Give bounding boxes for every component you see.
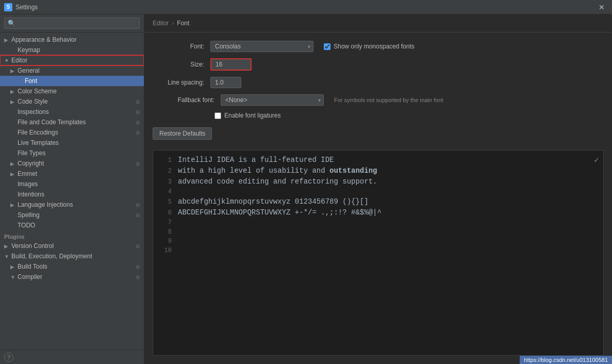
sidebar-item-emmet[interactable]: ▶ Emmet bbox=[0, 169, 144, 179]
line-content: IntelliJ IDEA is a full-featured IDE bbox=[178, 155, 597, 166]
fallback-select-wrapper: <None> ▾ bbox=[221, 94, 324, 106]
url-bar: https://blog.csdn.net/u013100581 bbox=[520, 356, 612, 364]
restore-row: Restore Defaults bbox=[153, 125, 604, 140]
sidebar-item-codestyle[interactable]: ▶ Code Style ⊞ bbox=[0, 96, 144, 107]
sidebar-item-label: Emmet bbox=[18, 170, 140, 177]
fallback-select[interactable]: <None> bbox=[221, 94, 324, 106]
ligatures-row: Enable font ligatures bbox=[153, 112, 604, 119]
line-number: 7 bbox=[159, 218, 172, 227]
fallback-label: Fallback font: bbox=[153, 96, 214, 104]
sidebar-item-images[interactable]: Images bbox=[0, 179, 144, 189]
sidebar-item-label: Version Control bbox=[11, 242, 134, 250]
line-content: with a high level of usability and outst… bbox=[178, 166, 597, 176]
sidebar-item-inspections[interactable]: Inspections ⊞ bbox=[0, 107, 144, 117]
content-area: Editor › Font Font: Consolas ▾ Show only… bbox=[144, 14, 612, 364]
fallback-row: Fallback font: <None> ▾ For symbols not … bbox=[153, 94, 604, 106]
sidebar-item-label: Build, Execution, Deployment bbox=[11, 253, 140, 260]
line-spacing-label: Line spacing: bbox=[153, 79, 204, 86]
sidebar-item-label: General bbox=[18, 67, 140, 74]
preview-line-2: 2 with a high level of usability and out… bbox=[159, 166, 597, 176]
sidebar-item-buildtools[interactable]: ▶ Build Tools ⊞ bbox=[0, 261, 144, 272]
app-icon: S bbox=[4, 3, 12, 11]
sidebar-item-label: Live Templates bbox=[18, 139, 140, 146]
preview-line-4: 4 bbox=[159, 187, 597, 196]
size-row: Size: bbox=[153, 58, 604, 71]
breadcrumb-separator: › bbox=[172, 20, 174, 27]
sidebar-item-label: File Types bbox=[18, 150, 140, 157]
sidebar-item-font[interactable]: Font bbox=[0, 76, 144, 86]
settings-icon: ⊞ bbox=[136, 212, 140, 218]
line-number: 9 bbox=[159, 237, 172, 246]
preview-line-1: 1 IntelliJ IDEA is a full-featured IDE bbox=[159, 155, 597, 166]
font-select[interactable]: Consolas bbox=[210, 41, 313, 52]
search-input[interactable] bbox=[4, 18, 140, 29]
close-button[interactable]: ✕ bbox=[596, 2, 608, 12]
sidebar-item-label: TODO bbox=[18, 222, 140, 229]
help-button[interactable]: ? bbox=[4, 353, 13, 362]
breadcrumb-current: Font bbox=[177, 20, 189, 27]
line-content: advanced code editing and refactoring su… bbox=[178, 176, 597, 187]
sidebar-item-filetypes[interactable]: File Types bbox=[0, 148, 144, 158]
sidebar-item-buildexec[interactable]: ▼ Build, Execution, Deployment bbox=[0, 251, 144, 261]
arrow-icon: ▶ bbox=[10, 99, 18, 105]
content-body: Font: Consolas ▾ Show only monospaced fo… bbox=[144, 32, 612, 364]
settings-icon: ⊞ bbox=[136, 109, 140, 115]
title-bar: S Settings ✕ bbox=[0, 0, 612, 14]
preview-line-9: 9 bbox=[159, 237, 597, 246]
settings-icon: ⊞ bbox=[136, 120, 140, 125]
sidebar-item-label: Copyright bbox=[18, 160, 134, 167]
preview-line-8: 8 bbox=[159, 227, 597, 237]
preview-line-5: 5 abcdefghijklmnopqrstuvwxyz 0123456789 … bbox=[159, 196, 597, 207]
check-icon: ✓ bbox=[594, 155, 599, 165]
arrow-icon: ▼ bbox=[10, 274, 18, 280]
arrow-icon: ▼ bbox=[4, 58, 11, 63]
show-mono-label: Show only monospaced fonts bbox=[334, 43, 415, 50]
sidebar-item-editor[interactable]: ▼ Editor bbox=[0, 55, 144, 65]
sidebar-item-spelling[interactable]: Spelling ⊞ bbox=[0, 210, 144, 220]
sidebar-item-appearance[interactable]: ▶ Appearance & Behavior bbox=[0, 35, 144, 45]
size-input[interactable] bbox=[210, 58, 252, 71]
sidebar-item-fileandcode[interactable]: File and Code Templates ⊞ bbox=[0, 117, 144, 127]
restore-defaults-button[interactable]: Restore Defaults bbox=[153, 127, 212, 140]
plugins-separator: Plugins bbox=[0, 230, 144, 241]
line-number: 10 bbox=[159, 246, 172, 255]
settings-icon: ⊞ bbox=[136, 243, 140, 249]
sidebar-item-label: Code Style bbox=[18, 98, 134, 105]
sidebar-item-copyright[interactable]: ▶ Copyright ⊞ bbox=[0, 158, 144, 169]
show-mono-checkbox[interactable] bbox=[324, 43, 330, 50]
size-label: Size: bbox=[153, 61, 204, 68]
arrow-icon: ▶ bbox=[10, 68, 18, 74]
line-number: 2 bbox=[159, 167, 172, 176]
font-label: Font: bbox=[153, 43, 204, 50]
search-box bbox=[0, 14, 144, 32]
sidebar-item-label: Language Injections bbox=[18, 201, 134, 208]
preview-line-6: 6 ABCDEFGHIJKLMNOPQRSTUVWXYZ +-*/= .,;:!… bbox=[159, 207, 597, 218]
sidebar-item-compiler[interactable]: ▼ Compiler ⊞ bbox=[0, 272, 144, 282]
sidebar-item-livetemplates[interactable]: Live Templates bbox=[0, 138, 144, 148]
sidebar-item-label: Inspections bbox=[18, 108, 134, 115]
ligatures-checkbox[interactable] bbox=[214, 112, 221, 119]
sidebar-item-colorscheme[interactable]: ▶ Color Scheme bbox=[0, 86, 144, 96]
line-spacing-input[interactable] bbox=[210, 77, 241, 88]
line-number: 4 bbox=[159, 187, 172, 196]
line-content: ABCDEFGHIJKLMNOPQRSTUVWXYZ +-*/= .,;:!? … bbox=[178, 207, 597, 218]
line-number: 3 bbox=[159, 177, 172, 187]
sidebar: ▶ Appearance & Behavior Keymap ▼ Editor … bbox=[0, 14, 144, 364]
sidebar-item-languageinjections[interactable]: ▶ Language Injections ⊞ bbox=[0, 200, 144, 210]
settings-icon: ⊞ bbox=[136, 202, 140, 208]
breadcrumb: Editor › Font bbox=[144, 14, 612, 32]
sidebar-item-fileencodings[interactable]: File Encodings ⊞ bbox=[0, 127, 144, 138]
sidebar-item-todo[interactable]: TODO bbox=[0, 220, 144, 230]
sidebar-item-label: Color Scheme bbox=[18, 88, 140, 95]
line-number: 5 bbox=[159, 197, 172, 207]
sidebar-item-keymap[interactable]: Keymap bbox=[0, 45, 144, 55]
preview-line-3: 3 advanced code editing and refactoring … bbox=[159, 176, 597, 187]
ligatures-label: Enable font ligatures bbox=[224, 112, 280, 119]
sidebar-item-general[interactable]: ▶ General bbox=[0, 65, 144, 76]
sidebar-item-label: Editor bbox=[11, 57, 140, 64]
sidebar-item-label: Spelling bbox=[18, 211, 134, 219]
tree: ▶ Appearance & Behavior Keymap ▼ Editor … bbox=[0, 32, 144, 350]
main-container: ▶ Appearance & Behavior Keymap ▼ Editor … bbox=[0, 14, 612, 364]
sidebar-item-versioncontrol[interactable]: ▶ Version Control ⊞ bbox=[0, 241, 144, 251]
sidebar-item-intentions[interactable]: Intentions bbox=[0, 189, 144, 200]
